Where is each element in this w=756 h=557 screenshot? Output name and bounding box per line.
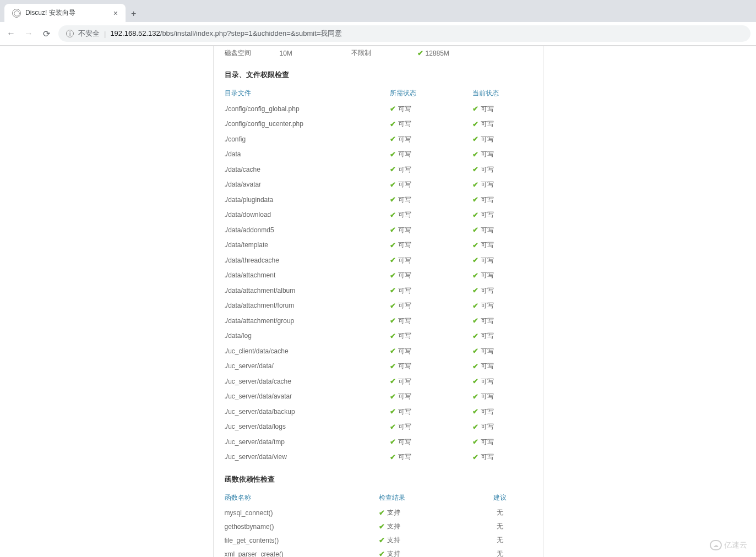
check-icon: ✔ [379,536,385,544]
perm-required: ✔可写 [390,376,472,387]
perm-current: ✔可写 [472,119,527,130]
check-icon: ✔ [390,255,396,266]
perm-current: ✔可写 [472,406,527,417]
perm-row: ./uc_server/data/view✔可写✔可写 [214,450,543,465]
perm-required: ✔可写 [390,391,472,402]
perm-path: ./data/cache [225,165,390,174]
perm-header-file: 目录文件 [225,89,390,98]
cloud-icon: ☁ [710,540,722,550]
func-advice: 无 [478,508,522,517]
check-icon: ✔ [390,194,396,205]
check-icon: ✔ [390,452,396,463]
perm-required: ✔可写 [390,301,472,312]
env-row-disk: 磁盘空间 10M 不限制 ✔ 12885M [214,46,543,60]
perm-row: ./data/attachment✔可写✔可写 [214,268,543,283]
perm-path: ./data/attachment/album [225,286,390,296]
back-icon[interactable]: ← [6,29,17,39]
perm-required: ✔可写 [390,119,472,130]
check-icon: ✔ [390,422,396,433]
perm-required: ✔可写 [390,255,472,266]
perm-required: ✔可写 [390,452,472,463]
perm-row: ./data/threadcache✔可写✔可写 [214,253,543,268]
nav-bar: ← → ⟳ i 不安全 | 192.168.52.132/bbs/install… [0,22,756,46]
browser-tab[interactable]: ◯ Discuz! 安装向导 × [4,4,126,22]
env-label: 磁盘空间 [225,48,280,58]
perm-path: ./uc_server/data/tmp [225,437,390,447]
check-icon: ✔ [472,149,478,160]
func-section-title: 函数依赖性检查 [214,465,543,490]
perm-required: ✔可写 [390,285,472,296]
func-advice: 无 [478,536,522,545]
perm-current: ✔可写 [472,391,527,402]
perm-row: ./uc_server/data/avatar✔可写✔可写 [214,389,543,405]
new-tab-button[interactable]: + [126,6,142,22]
func-result: ✔支持 [379,549,478,557]
perm-row: ./data/download✔可写✔可写 [214,207,543,223]
perm-rows-container: ./config/config_global.php✔可写✔可写./config… [214,101,543,465]
check-icon: ✔ [472,436,478,447]
check-icon: ✔ [472,134,478,145]
check-icon: ✔ [472,376,478,387]
func-rows-container: mysql_connect()✔支持无gethostbyname()✔支持无fi… [214,506,543,557]
check-icon: ✔ [379,522,385,531]
func-header-result: 检查结果 [379,493,478,503]
perm-path: ./data/attachment [225,270,390,280]
perm-current: ✔可写 [472,331,527,342]
perm-row: ./data✔可写✔可写 [214,147,543,162]
perm-row: ./data/attachment/forum✔可写✔可写 [214,298,543,314]
perm-current: ✔可写 [472,210,527,221]
globe-icon: ◯ [12,9,21,18]
perm-row: ./uc_server/data/backup✔可写✔可写 [214,404,543,419]
info-icon[interactable]: i [66,30,74,37]
func-name: gethostbyname() [225,523,379,531]
perm-row: ./config/config_global.php✔可写✔可写 [214,101,543,117]
perm-current: ✔可写 [472,422,527,433]
perm-path: ./uc_server/data/ [225,361,390,371]
check-icon: ✔ [390,315,396,326]
check-icon: ✔ [390,346,396,357]
perm-path: ./data/attachment/forum [225,301,390,310]
perm-path: ./data/addonmd5 [225,225,390,235]
content-panel: 磁盘空间 10M 不限制 ✔ 12885M 目录、文件权限检查 目录文件 所需状… [213,46,543,557]
perm-required: ✔可写 [390,134,472,145]
func-name: xml_parser_create() [225,550,379,558]
perm-path: ./data/threadcache [225,255,390,265]
check-icon: ✔ [472,285,478,296]
perm-path: ./config [225,134,390,144]
perm-path: ./data/avatar [225,179,390,189]
check-icon: ✔ [379,550,385,557]
check-icon: ✔ [472,361,478,372]
check-icon: ✔ [472,164,478,175]
address-bar[interactable]: i 不安全 | 192.168.52.132/bbs/install/index… [58,25,750,42]
perm-row: ./uc_server/data/tmp✔可写✔可写 [214,434,543,450]
perm-path: ./uc_server/data/avatar [225,391,390,401]
check-icon: ✔ [390,225,396,236]
perm-header-required: 所需状态 [390,89,472,98]
perm-required: ✔可写 [390,270,472,281]
perm-current: ✔可写 [472,315,527,326]
func-result: ✔支持 [379,536,478,545]
perm-current: ✔可写 [472,452,527,463]
perm-row: ./config/config_ucenter.php✔可写✔可写 [214,117,543,132]
perm-required: ✔可写 [390,436,472,447]
perm-path: ./data [225,149,390,159]
check-icon: ✔ [472,225,478,236]
perm-current: ✔可写 [472,301,527,312]
perm-table-header: 目录文件 所需状态 当前状态 [214,85,543,101]
func-advice: 无 [478,522,522,531]
check-icon: ✔ [472,315,478,326]
perm-section-title: 目录、文件权限检查 [214,60,543,85]
perm-required: ✔可写 [390,225,472,236]
check-icon: ✔ [472,255,478,266]
perm-current: ✔可写 [472,436,527,447]
perm-current: ✔可写 [472,134,527,145]
tab-title: Discuz! 安装向导 [25,8,75,18]
check-icon: ✔ [390,436,396,447]
reload-icon[interactable]: ⟳ [41,29,52,39]
check-icon: ✔ [417,49,423,57]
forward-icon[interactable]: → [23,29,34,39]
check-icon: ✔ [472,194,478,205]
close-icon[interactable]: × [113,9,118,18]
perm-row: ./uc_server/data/cache✔可写✔可写 [214,374,543,389]
check-icon: ✔ [390,331,396,342]
